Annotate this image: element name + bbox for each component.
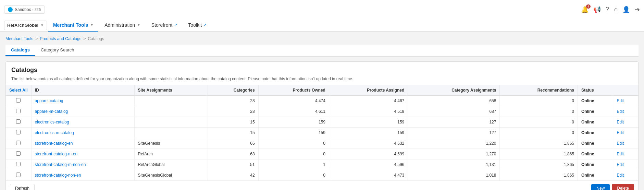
user-icon[interactable]: 👤 xyxy=(622,6,630,13)
home-icon[interactable]: ⌂ xyxy=(614,6,618,13)
row-recommendations: 0 xyxy=(500,117,578,128)
sec-nav-administration[interactable]: Administration ▼ xyxy=(100,19,145,32)
catalog-id-link[interactable]: storefront-catalog-m-non-en xyxy=(35,162,86,167)
edit-link[interactable]: Edit xyxy=(617,173,624,178)
megaphone-icon[interactable]: 📢 xyxy=(593,6,601,13)
row-checkbox-cell[interactable] xyxy=(6,96,31,106)
catalog-id-link[interactable]: storefront-catalog-en xyxy=(35,141,73,146)
catalogs-panel: Catalogs The list below contains all cat… xyxy=(5,61,639,190)
help-icon[interactable]: ? xyxy=(606,6,609,13)
row-checkbox-cell[interactable] xyxy=(6,159,31,170)
row-id-cell: storefront-catalog-m-non-en xyxy=(31,159,134,170)
breadcrumb-catalogs: Catalogs xyxy=(88,36,104,41)
row-checkbox-cell[interactable] xyxy=(6,149,31,159)
refresh-button[interactable]: Refresh xyxy=(10,184,35,190)
row-id-cell: storefront-catalog-non-en xyxy=(31,170,134,181)
footer-left: Refresh xyxy=(10,184,35,190)
row-category-assignments: 1,131 xyxy=(408,159,500,170)
sec-nav-toolkit[interactable]: Toolkit ↗ xyxy=(183,19,211,32)
table-row: apparel-catalog 28 4,474 4,467 658 0 Onl… xyxy=(6,96,638,106)
row-edit-cell[interactable]: Edit xyxy=(613,149,638,159)
sec-nav-toolkit-external-icon: ↗ xyxy=(203,23,207,27)
row-site-assignments xyxy=(134,117,208,128)
row-edit-cell[interactable]: Edit xyxy=(613,128,638,138)
row-checkbox[interactable] xyxy=(16,141,21,145)
row-edit-cell[interactable]: Edit xyxy=(613,117,638,128)
notifications-icon[interactable]: 🔔 4 xyxy=(581,6,589,13)
tab-catalogs[interactable]: Catalogs xyxy=(5,45,35,56)
sec-nav-merchant-tools[interactable]: Merchant Tools ▼ xyxy=(48,19,98,32)
catalogs-table-container: Select All ID Site Assignments Categorie… xyxy=(6,85,638,181)
edit-link[interactable]: Edit xyxy=(617,152,624,156)
table-row: storefront-catalog-en SiteGenesis 66 0 4… xyxy=(6,138,638,149)
row-checkbox[interactable] xyxy=(16,119,21,124)
org-chevron-icon: ▼ xyxy=(40,23,44,27)
row-checkbox-cell[interactable] xyxy=(6,117,31,128)
table-row: apparel-m-catalog 28 4,611 4,518 687 0 O… xyxy=(6,106,638,117)
sandbox-badge[interactable]: Sandbox - zzfr xyxy=(4,5,45,14)
sec-nav-storefront[interactable]: Storefront ↗ xyxy=(147,19,182,32)
org-selector[interactable]: RefArchGlobal ▼ xyxy=(4,21,47,30)
row-id-cell: electronics-m-catalog xyxy=(31,128,134,138)
catalog-id-link[interactable]: apparel-catalog xyxy=(35,98,63,103)
logout-icon[interactable]: ➔ xyxy=(635,6,640,13)
row-edit-cell[interactable]: Edit xyxy=(613,159,638,170)
row-checkbox-cell[interactable] xyxy=(6,128,31,138)
edit-link[interactable]: Edit xyxy=(617,141,624,146)
row-recommendations: 1,865 xyxy=(500,138,578,149)
row-category-assignments: 687 xyxy=(408,106,500,117)
row-checkbox[interactable] xyxy=(16,173,21,177)
catalog-id-link[interactable]: electronics-catalog xyxy=(35,120,69,124)
catalog-id-link[interactable]: storefront-catalog-m-en xyxy=(35,152,78,156)
row-products-assigned: 159 xyxy=(329,117,408,128)
row-checkbox[interactable] xyxy=(16,151,21,156)
row-edit-cell[interactable]: Edit xyxy=(613,138,638,149)
catalog-id-link[interactable]: electronics-m-catalog xyxy=(35,130,74,135)
row-checkbox[interactable] xyxy=(16,162,21,166)
row-id-cell: storefront-catalog-m-en xyxy=(31,149,134,159)
catalog-id-link[interactable]: apparel-m-catalog xyxy=(35,109,68,114)
select-all-link[interactable]: Select All xyxy=(9,88,28,93)
edit-link[interactable]: Edit xyxy=(617,109,624,114)
row-checkbox[interactable] xyxy=(16,130,21,134)
row-categories: 66 xyxy=(208,138,258,149)
row-products-owned: 0 xyxy=(258,149,329,159)
row-recommendations: 0 xyxy=(500,106,578,117)
top-right-icons: 🔔 4 📢 ? ⌂ 👤 ➔ xyxy=(581,6,640,13)
row-checkbox-cell[interactable] xyxy=(6,106,31,117)
content-area: Merchant Tools > Products and Catalogs >… xyxy=(0,32,644,190)
breadcrumb-products-catalogs[interactable]: Products and Catalogs xyxy=(40,36,81,41)
row-products-owned: 4,611 xyxy=(258,106,329,117)
sec-nav-administration-chevron-icon: ▼ xyxy=(137,23,140,27)
edit-link[interactable]: Edit xyxy=(617,98,624,103)
row-checkbox-cell[interactable] xyxy=(6,138,31,149)
row-recommendations: 1,865 xyxy=(500,159,578,170)
row-products-owned: 159 xyxy=(258,128,329,138)
edit-link[interactable]: Edit xyxy=(617,120,624,124)
sec-nav-administration-label: Administration xyxy=(104,22,135,28)
table-row: storefront-catalog-non-en SiteGenesisGlo… xyxy=(6,170,638,181)
edit-link[interactable]: Edit xyxy=(617,130,624,135)
row-products-assigned: 4,632 xyxy=(329,138,408,149)
table-row: electronics-catalog 15 159 159 127 0 Onl… xyxy=(6,117,638,128)
edit-link[interactable]: Edit xyxy=(617,162,624,167)
row-status: Online xyxy=(578,159,613,170)
catalogs-table: Select All ID Site Assignments Categorie… xyxy=(6,85,638,181)
breadcrumb-merchant-tools[interactable]: Merchant Tools xyxy=(5,36,33,41)
col-select: Select All xyxy=(6,85,31,96)
row-edit-cell[interactable]: Edit xyxy=(613,106,638,117)
delete-button[interactable]: Delete xyxy=(612,184,634,190)
row-checkbox[interactable] xyxy=(16,98,21,103)
catalog-id-link[interactable]: storefront-catalog-non-en xyxy=(35,173,81,178)
row-status: Online xyxy=(578,138,613,149)
col-products-owned: Products Owned xyxy=(258,85,329,96)
row-edit-cell[interactable]: Edit xyxy=(613,96,638,106)
row-checkbox[interactable] xyxy=(16,109,21,113)
row-checkbox-cell[interactable] xyxy=(6,170,31,181)
row-categories: 15 xyxy=(208,117,258,128)
new-button[interactable]: New xyxy=(591,184,610,190)
tab-category-search[interactable]: Category Search xyxy=(35,45,80,56)
row-edit-cell[interactable]: Edit xyxy=(613,170,638,181)
tabs-bar: Catalogs Category Search xyxy=(5,45,639,57)
panel-description: The list below contains all catalogs def… xyxy=(11,76,633,82)
